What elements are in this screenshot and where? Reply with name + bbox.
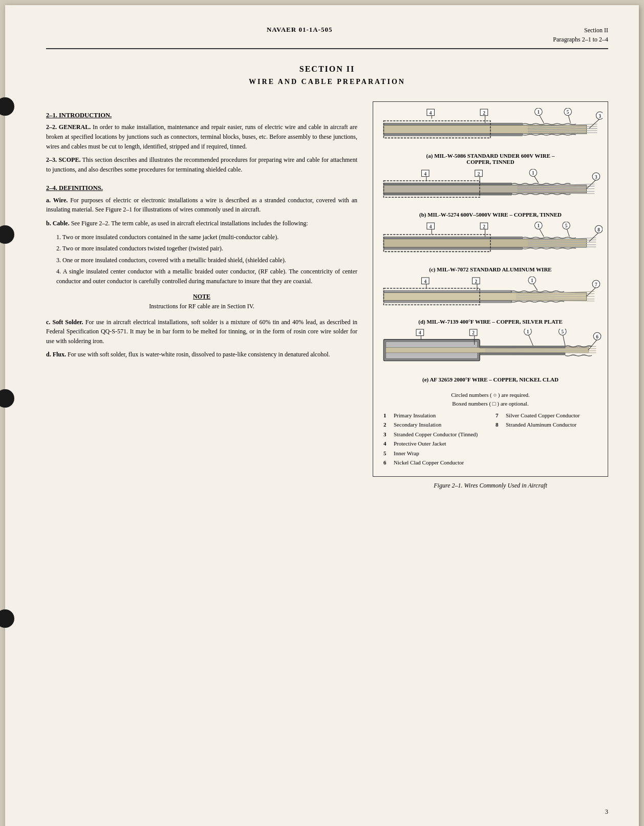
figure-legend: Circled numbers ( ○ ) are required. Boxe… xyxy=(378,387,603,473)
margin-circle-2 xyxy=(0,225,14,244)
header-center: NAVAER 01-1A-505 xyxy=(267,26,333,34)
svg-rect-46 xyxy=(383,237,522,239)
figure-caption: Figure 2–1. Wires Commonly Used in Aircr… xyxy=(373,482,608,490)
para-2-4-c-label: c. Soft Solder. xyxy=(46,319,83,326)
legend-item-4: 4 Protective Outer Jacket xyxy=(383,440,485,448)
para-2-4-a: a. Wire. For purposes of electric or ele… xyxy=(46,196,357,215)
svg-text:2: 2 xyxy=(475,279,478,284)
wire-svg-e: 4 2 1 5 xyxy=(378,329,603,374)
wire-diagrams-container: 4 2 1 5 xyxy=(373,101,608,477)
svg-text:3: 3 xyxy=(595,175,597,180)
legend-col-right: 7 Silver Coated Copper Conductor 8 Stran… xyxy=(496,412,597,468)
svg-text:4: 4 xyxy=(424,279,426,284)
note-text: Instructions for RF cable are in Section… xyxy=(46,302,357,311)
main-content: 2–1. INTRODUCTION. 2–2. GENERAL. In orde… xyxy=(46,101,608,490)
diagram-a-label: (a) MIL-W-5086 STANDARD UNDER 600V WIRE … xyxy=(378,153,603,165)
svg-text:2: 2 xyxy=(478,172,480,177)
svg-rect-25 xyxy=(383,183,511,185)
diagram-b: 4 2 1 3 (b) M xyxy=(378,169,603,217)
para-2-4-b: b. Cable. See Figure 2–2. The term cable… xyxy=(46,219,357,228)
legend-item-3: 3 Stranded Copper Conductor (Tinned) xyxy=(383,431,485,438)
page: NAVAER 01-1A-505 Section II Paragraphs 2… xyxy=(5,5,639,826)
svg-text:5: 5 xyxy=(561,330,564,335)
svg-line-21 xyxy=(589,119,600,129)
diagram-d: 4 2 1 7 (d) M xyxy=(378,277,603,325)
section-subtitle: WIRE AND CABLE PREPARATION xyxy=(46,78,608,86)
svg-rect-2 xyxy=(383,134,522,136)
legend-item-2: 2 Secondary Insulation xyxy=(383,421,485,429)
margin-circle-3 xyxy=(0,389,14,408)
svg-rect-70 xyxy=(383,290,511,292)
diagram-b-label: (b) MIL-W-5274 600V–5000V WIRE – COPPER,… xyxy=(378,211,603,218)
para-2-4-d-text: For use with soft solder, flux is water-… xyxy=(68,351,330,358)
legend-item-6: 6 Nickel Clad Copper Conductor xyxy=(383,459,485,467)
note-label: NOTE xyxy=(193,293,210,300)
legend-item-7: 7 Silver Coated Copper Conductor xyxy=(496,412,597,419)
wire-svg-a: 4 2 1 5 xyxy=(378,108,603,151)
para-2-3-text: This section describes and illustrates t… xyxy=(46,156,357,173)
para-2-2-text: In order to make installation, maintenan… xyxy=(46,123,357,150)
text-column: 2–1. INTRODUCTION. 2–2. GENERAL. In orde… xyxy=(46,101,357,490)
diagram-e-label: (e) AF 32659 2000°F WIRE – COPPER, NICKE… xyxy=(378,376,603,383)
svg-rect-1 xyxy=(383,123,522,125)
margin-circle-1 xyxy=(0,97,14,116)
para-2-2-label: 2–2. GENERAL. xyxy=(46,123,91,131)
svg-text:2: 2 xyxy=(483,224,485,229)
para-2-4-d-label: d. Flux. xyxy=(46,351,66,358)
page-number: 3 xyxy=(605,808,608,816)
svg-text:8: 8 xyxy=(597,227,600,232)
svg-rect-26 xyxy=(383,193,511,195)
svg-text:1: 1 xyxy=(531,279,533,284)
svg-text:1: 1 xyxy=(527,330,529,335)
svg-text:7: 7 xyxy=(595,282,597,287)
wire-svg-c: 4 2 1 5 xyxy=(378,222,603,264)
heading-2-1: 2–1. INTRODUCTION. xyxy=(46,111,357,120)
diagram-a: 4 2 1 5 xyxy=(378,108,603,165)
svg-text:4: 4 xyxy=(419,331,421,336)
legend-item-1: 1 Primary Insulation xyxy=(383,412,485,419)
diagram-e: 4 2 1 5 xyxy=(378,329,603,383)
para-2-4-b-label: b. Cable. xyxy=(46,220,70,227)
diagram-c-label: (c) MIL-W-7072 STANDARD ALUMINUM WIRE xyxy=(378,266,603,272)
svg-text:2: 2 xyxy=(472,331,475,336)
para-2-4-c-text: For use in aircraft electrical installat… xyxy=(46,319,357,345)
legend-col-left: 1 Primary Insulation 2 Secondary Insulat… xyxy=(383,412,485,468)
para-2-4-a-label: a. Wire. xyxy=(46,197,68,204)
para-ref: Paragraphs 2–1 to 2–4 xyxy=(553,35,608,44)
svg-text:4: 4 xyxy=(430,224,432,229)
svg-text:4: 4 xyxy=(430,111,432,116)
header-right: Section II Paragraphs 2–1 to 2–4 xyxy=(553,26,608,44)
svg-text:5: 5 xyxy=(565,223,568,228)
legend-columns: 1 Primary Insulation 2 Secondary Insulat… xyxy=(383,412,597,468)
wire-svg-d: 4 2 1 7 xyxy=(378,277,603,316)
legend-note-1: Circled numbers ( ○ ) are required. Boxe… xyxy=(383,391,597,409)
legend-item-8: 8 Stranded Aluminum Conductor xyxy=(496,421,597,429)
svg-text:1: 1 xyxy=(532,171,534,176)
section-ref: Section II xyxy=(553,26,608,35)
para-2-4-b-text: See Figure 2–2. The term cable, as used … xyxy=(71,220,308,227)
diagram-d-label: (d) MIL-W-7139 400°F WIRE – COPPER, SILV… xyxy=(378,319,603,325)
svg-text:1: 1 xyxy=(538,223,540,228)
svg-text:6: 6 xyxy=(596,334,598,340)
cable-item-2: 2. Two or more insulated conductors twis… xyxy=(56,244,357,253)
cable-item-4: 4. A single insulated center conductor w… xyxy=(56,267,357,286)
para-2-4-c: c. Soft Solder. For use in aircraft elec… xyxy=(46,317,357,346)
svg-text:4: 4 xyxy=(424,172,426,177)
diagram-c: 4 2 1 5 xyxy=(378,222,603,272)
para-2-3: 2–3. SCOPE. This section describes and i… xyxy=(46,155,357,174)
svg-rect-71 xyxy=(383,301,511,303)
svg-rect-47 xyxy=(383,247,522,249)
note-box: NOTE Instructions for RF cable are in Se… xyxy=(46,292,357,311)
legend-item-5: 5 Inner Wrap xyxy=(383,450,485,457)
cable-item-1: 1. Two or more insulated conductors cont… xyxy=(56,232,357,242)
para-2-2: 2–2. GENERAL. In order to make installat… xyxy=(46,122,357,151)
cable-item-3: 3. One or more insulated conductors, cov… xyxy=(56,256,357,265)
margin-circle-4 xyxy=(0,609,14,628)
svg-rect-98 xyxy=(480,353,565,355)
svg-text:1: 1 xyxy=(538,110,540,115)
svg-text:2: 2 xyxy=(483,111,485,116)
page-header: NAVAER 01-1A-505 Section II Paragraphs 2… xyxy=(46,26,608,44)
para-2-4-a-text: For purposes of electric or electronic i… xyxy=(46,197,357,214)
para-2-3-label: 2–3. SCOPE. xyxy=(46,156,80,163)
svg-text:5: 5 xyxy=(567,110,569,115)
